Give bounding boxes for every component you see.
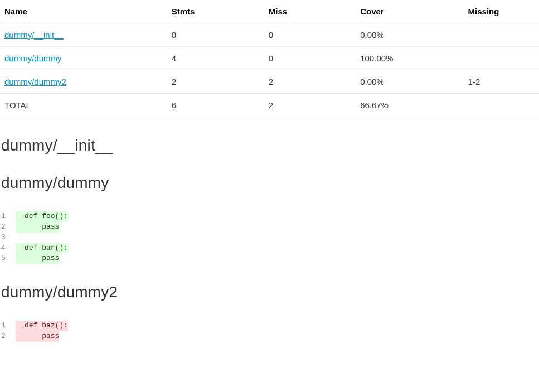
- col-header-miss: Miss: [264, 0, 356, 23]
- table-row: dummy/dummy 4 0 100.00%: [0, 47, 539, 70]
- line-number: 2: [0, 222, 16, 233]
- source-text: pass: [16, 222, 59, 233]
- module-link[interactable]: dummy/dummy: [4, 54, 62, 63]
- line-number: 5: [0, 253, 16, 264]
- cell-missing: [464, 47, 539, 70]
- cell-cover: 100.00%: [356, 47, 463, 70]
- col-header-stmts: Stmts: [167, 0, 264, 23]
- source-block: 1 def baz(): 2 pass: [0, 321, 539, 342]
- source-text: def bar():: [16, 243, 68, 254]
- cell-missing: [464, 23, 539, 47]
- cell-miss: 2: [264, 94, 356, 117]
- col-header-cover: Cover: [356, 0, 463, 23]
- cell-stmts: 6: [167, 94, 264, 117]
- coverage-summary-table: Name Stmts Miss Cover Missing dummy/__in…: [0, 0, 539, 117]
- source-line: 1 def baz():: [0, 321, 539, 331]
- table-header-row: Name Stmts Miss Cover Missing: [0, 0, 539, 23]
- cell-miss: 0: [264, 47, 356, 70]
- cell-cover: 0.00%: [356, 23, 463, 47]
- source-text: pass: [16, 331, 59, 342]
- line-number: 3: [0, 233, 16, 243]
- source-text: [16, 233, 25, 243]
- source-text: def foo():: [16, 211, 68, 222]
- cell-cover: 66.67%: [356, 94, 463, 117]
- source-line: 4 def bar():: [0, 243, 539, 254]
- module-link[interactable]: dummy/dummy2: [4, 77, 66, 86]
- cell-stmts: 2: [167, 70, 264, 94]
- col-header-name: Name: [0, 0, 167, 23]
- col-header-missing: Missing: [464, 0, 539, 23]
- table-row: dummy/__init__ 0 0 0.00%: [0, 23, 539, 47]
- line-number: 4: [0, 243, 16, 254]
- cell-name: TOTAL: [0, 94, 167, 117]
- cell-stmts: 0: [167, 23, 264, 47]
- table-total-row: TOTAL 6 2 66.67%: [0, 94, 539, 117]
- source-line: 5 pass: [0, 253, 539, 264]
- cell-stmts: 4: [167, 47, 264, 70]
- source-block: 1 def foo(): 2 pass 3 4 def bar(): 5 pas…: [0, 211, 539, 264]
- cell-miss: 0: [264, 23, 356, 47]
- source-text: def baz():: [16, 321, 68, 331]
- source-text: pass: [16, 253, 59, 264]
- cell-missing: [464, 94, 539, 117]
- cell-miss: 2: [264, 70, 356, 94]
- table-row: dummy/dummy2 2 2 0.00% 1-2: [0, 70, 539, 94]
- module-link[interactable]: dummy/__init__: [4, 30, 64, 40]
- cell-cover: 0.00%: [356, 70, 463, 94]
- source-line: 2 pass: [0, 222, 539, 233]
- section-title: dummy/dummy2: [1, 283, 539, 301]
- cell-missing: 1-2: [464, 70, 539, 94]
- line-number: 1: [0, 321, 16, 331]
- source-line: 1 def foo():: [0, 211, 539, 222]
- source-line: 2 pass: [0, 331, 539, 342]
- line-number: 1: [0, 211, 16, 222]
- line-number: 2: [0, 331, 16, 342]
- section-title: dummy/dummy: [1, 174, 539, 192]
- section-title: dummy/__init__: [1, 137, 539, 154]
- source-line: 3: [0, 233, 539, 243]
